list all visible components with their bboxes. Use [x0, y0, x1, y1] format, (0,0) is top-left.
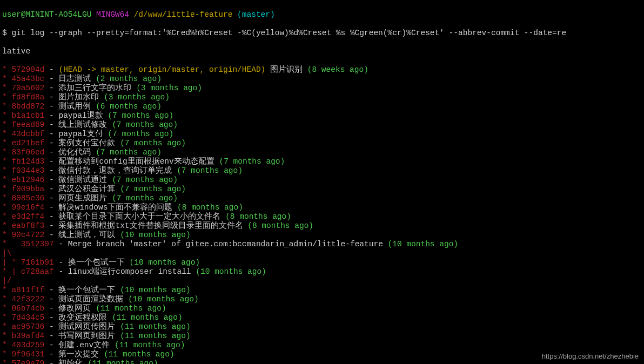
commit-time: (11 months ago): [96, 304, 166, 313]
separator: -: [44, 102, 58, 111]
commit-time: (11 months ago): [112, 313, 183, 322]
commit-line: * e3d2ff4 - 获取某个目录下面大小大于一定大小的文件名 (8 mont…: [2, 212, 642, 221]
graph-branch: |\: [2, 249, 11, 258]
commit-line: * 7d434c5 - 改变远程权限 (11 months ago): [2, 313, 642, 322]
commit-time: (11 months ago): [120, 322, 191, 331]
commit-line: * f009bba - 武汉公积金计算 (7 months ago): [2, 185, 642, 194]
commit-line: * 43dcbbf - paypal支付 (7 months ago): [2, 130, 642, 139]
commit-line: * 83f06ed - 优化代码 (7 months ago): [2, 148, 642, 157]
commit-message: 网页生成图片: [58, 194, 112, 203]
commit-message: 线上测试修改: [58, 120, 112, 129]
commit-line: * 90c4722 - 线上测试，可以 (10 months ago): [2, 231, 642, 240]
terminal-output[interactable]: user@MININT-AO54LGU MINGW64 /d/www/littl…: [0, 0, 644, 364]
commit-message: 解决windows下面不兼容的问题: [58, 203, 177, 212]
commit-time: (7 months ago): [108, 111, 173, 120]
separator: -: [44, 341, 58, 349]
commit-hash: b39afd4: [11, 332, 44, 340]
commit-time: (7 months ago): [108, 130, 173, 138]
commit-time: (7 months ago): [120, 139, 186, 147]
separator: -: [44, 185, 58, 193]
commit-time: (10 months ago): [388, 240, 459, 248]
commit-message: Merge branch 'master' of gitee.com:bccma…: [68, 240, 388, 248]
graph-mark: *: [2, 212, 11, 221]
commit-hash: a811f1f: [11, 286, 44, 294]
commit-message: paypal退款: [58, 111, 108, 120]
prompt-line: user@MININT-AO54LGU MINGW64 /d/www/littl…: [2, 10, 642, 19]
commit-line: * f0344e3 - 微信付款，退款，查询订单完成 (7 months ago…: [2, 166, 642, 176]
commit-line: * 3512397 - Merge branch 'master' of git…: [2, 240, 642, 249]
commit-hash: f0344e3: [11, 166, 44, 175]
commit-message: 创建.env文件: [58, 341, 115, 349]
commit-time: (10 months ago): [128, 295, 199, 304]
commit-time: (8 weeks ago): [307, 65, 368, 74]
commit-message: 测试用例: [58, 102, 96, 111]
separator: -: [44, 313, 58, 322]
graph-mark: *: [2, 111, 11, 120]
separator: -: [44, 84, 58, 92]
commit-time: (10 months ago): [120, 231, 191, 239]
commit-message: 配置移动到config里面根据env来动态配置: [58, 157, 219, 166]
commit-message: 测试页面渲染数据: [58, 295, 128, 304]
commit-message: 案例支付宝付款: [58, 139, 120, 147]
commit-time: (11 months ago): [88, 359, 158, 364]
commit-hash: 572904d: [11, 65, 44, 74]
graph-mark: *: [2, 203, 11, 212]
commit-time: (6 months ago): [96, 102, 162, 111]
separator: -: [44, 295, 58, 304]
graph-branch: |/: [2, 277, 11, 285]
commit-line: * 8085e36 - 网页生成图片 (7 months ago): [2, 194, 642, 203]
commit-time: (7 months ago): [112, 176, 178, 184]
commit-hash: 70a5602: [11, 84, 44, 92]
separator: -: [44, 139, 58, 147]
commit-message: 测试网页传图片: [58, 322, 120, 331]
commit-line: * eb12946 - 微信测试通过 (7 months ago): [2, 176, 642, 185]
commit-time: (3 months ago): [104, 93, 170, 102]
commit-line: * 572904d - (HEAD -> master, origin/mast…: [2, 65, 642, 75]
graph-mark: *: [2, 139, 11, 147]
commit-message: 第一次提交: [58, 350, 104, 359]
git-log-output: * 572904d - (HEAD -> master, origin/mast…: [2, 65, 642, 364]
separator: -: [54, 240, 68, 248]
graph-mark: *: [2, 157, 11, 166]
commit-message: paypal支付: [58, 130, 108, 138]
watermark-text: https://blog.csdn.net/zhezhebie: [542, 352, 639, 361]
commit-hash: 45a43bc: [11, 75, 44, 83]
commit-line: * 42f3222 - 测试页面渲染数据 (10 months ago): [2, 295, 642, 304]
commit-line: * fd8fd8a - 图片加水印 (3 months ago): [2, 93, 642, 102]
separator: -: [44, 203, 58, 212]
commit-refs: (HEAD -> master, origin/master, origin/H…: [58, 65, 265, 74]
commit-hash: 7d434c5: [11, 313, 44, 322]
separator: -: [54, 258, 68, 267]
separator: -: [44, 359, 58, 364]
separator: -: [44, 166, 58, 175]
commit-hash: 8085e36: [11, 194, 44, 203]
commit-time: (7 months ago): [96, 148, 162, 157]
prompt-branch: (master): [237, 10, 275, 19]
graph-mark: *: [2, 231, 11, 239]
commit-line: * ed21bef - 案例支付宝付款 (7 months ago): [2, 139, 642, 148]
commit-time: (3 months ago): [136, 84, 202, 92]
commit-line: | * 7161b91 - 换一个包试一下 (10 months ago): [2, 258, 642, 267]
prompt-user: user@MININT-AO54LGU: [2, 10, 91, 19]
commit-hash: fb124d3: [11, 157, 44, 166]
commit-line: * 06b74cb - 修改网页 (11 months ago): [2, 304, 642, 313]
commit-time: (7 months ago): [112, 120, 178, 129]
graph-mark: *: [2, 166, 11, 175]
separator: -: [44, 176, 58, 184]
separator: -: [44, 221, 58, 230]
commit-time: (8 months ago): [177, 203, 243, 212]
commit-time: (10 months ago): [130, 258, 200, 267]
commit-time: (8 months ago): [247, 221, 313, 230]
graph-mark: *: [2, 221, 11, 230]
commit-time: (2 months ago): [96, 75, 162, 83]
commit-hash: ac95736: [11, 322, 44, 331]
commit-line: * fb124d3 - 配置移动到config里面根据env来动态配置 (7 m…: [2, 157, 642, 166]
separator: -: [44, 231, 58, 239]
separator: -: [44, 157, 58, 166]
commit-line: * 45a43bc - 日志测试 (2 months ago): [2, 75, 642, 84]
separator: -: [44, 212, 58, 221]
graph-mark: *: [2, 194, 11, 203]
commit-hash: fd8fd8a: [11, 93, 44, 102]
commit-hash: e3d2ff4: [11, 212, 44, 221]
graph-mark: *: [2, 341, 11, 349]
